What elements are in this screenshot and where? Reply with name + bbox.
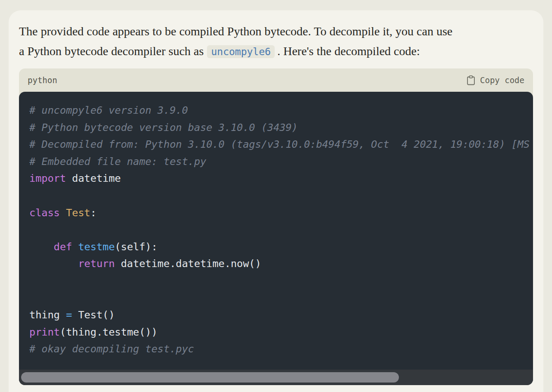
code-token: print bbox=[29, 326, 60, 338]
code-token: # Decompiled from: Python 3.10.0 (tags/v… bbox=[29, 138, 530, 150]
message-line-2-post: . Here's the decompiled code: bbox=[277, 44, 420, 58]
assistant-message-text: The provided code appears to be compiled… bbox=[19, 22, 533, 62]
code-line: # uncompyle6 version 3.9.0 bbox=[29, 102, 533, 119]
code-line: # Python bytecode version base 3.10.0 (3… bbox=[29, 119, 533, 137]
code-token: # Python bytecode version base 3.10.0 (3… bbox=[29, 121, 298, 134]
copy-code-button[interactable]: Copy code bbox=[467, 75, 524, 85]
code-token: thing bbox=[29, 309, 66, 321]
code-token: def bbox=[54, 241, 72, 253]
inline-code: uncompyle6 bbox=[207, 45, 274, 58]
code-line: def testme(self): bbox=[29, 239, 533, 256]
code-line bbox=[29, 221, 533, 239]
code-token bbox=[29, 241, 54, 253]
code-token: datetime.datetime.now() bbox=[115, 258, 261, 270]
code-area: # uncompyle6 version 3.9.0# Python bytec… bbox=[19, 92, 533, 385]
code-token: (thing.testme()) bbox=[60, 326, 157, 338]
code-line: return datetime.datetime.now() bbox=[29, 255, 533, 273]
code-token: datetime bbox=[66, 172, 121, 184]
code-block: python Copy code # uncompyle6 version 3.… bbox=[19, 68, 533, 385]
code-line: # Embedded file name: test.py bbox=[29, 153, 533, 171]
message-card: The provided code appears to be compiled… bbox=[9, 10, 543, 392]
code-token bbox=[29, 258, 78, 270]
code-token: = bbox=[66, 309, 72, 321]
code-token: class bbox=[29, 207, 60, 219]
code-token: testme bbox=[78, 241, 115, 253]
code-token bbox=[60, 207, 66, 219]
code-token: # okay decompiling test.pyc bbox=[29, 343, 194, 355]
code-line: thing = Test() bbox=[29, 307, 533, 324]
code-token: return bbox=[78, 258, 115, 270]
code-line: # Decompiled from: Python 3.10.0 (tags/v… bbox=[29, 136, 533, 153]
clipboard-icon bbox=[467, 75, 475, 85]
copy-code-label: Copy code bbox=[480, 75, 524, 85]
code-token: import bbox=[29, 172, 66, 184]
scrollbar-thumb[interactable] bbox=[21, 372, 399, 383]
horizontal-scrollbar[interactable] bbox=[19, 370, 533, 385]
code-line: class Test: bbox=[29, 205, 533, 222]
code-line bbox=[29, 273, 533, 290]
code-token: # Embedded file name: test.py bbox=[29, 156, 206, 168]
message-line-2: a Python bytecode decompiler such asunco… bbox=[19, 41, 533, 62]
code-line: # okay decompiling test.pyc bbox=[29, 341, 533, 358]
code-token: : bbox=[91, 207, 97, 219]
code-token: Test() bbox=[72, 309, 115, 321]
code-line bbox=[29, 187, 533, 205]
code-token: (self): bbox=[115, 241, 157, 253]
code-language-label: python bbox=[28, 75, 57, 85]
code-line: print(thing.testme()) bbox=[29, 324, 533, 341]
message-line-2-pre: a Python bytecode decompiler such as bbox=[19, 44, 204, 58]
code-token bbox=[72, 241, 78, 253]
code-content: # uncompyle6 version 3.9.0# Python bytec… bbox=[19, 92, 533, 358]
code-line bbox=[29, 290, 533, 307]
code-token: # uncompyle6 version 3.9.0 bbox=[29, 104, 188, 116]
code-token: Test bbox=[66, 207, 91, 219]
message-line-1: The provided code appears to be compiled… bbox=[19, 22, 533, 41]
code-line: import datetime bbox=[29, 170, 533, 187]
